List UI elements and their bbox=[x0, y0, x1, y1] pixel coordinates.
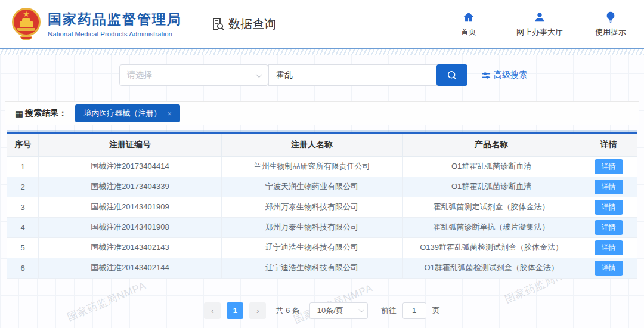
page-size-value: 10条/页 bbox=[317, 305, 343, 316]
table-header-row: 序号 注册证编号 注册人名称 产品名称 详情 bbox=[7, 134, 637, 156]
grid-icon: ▦ bbox=[15, 109, 23, 118]
advanced-search-link[interactable]: 高级搜索 bbox=[482, 70, 527, 81]
agency-title: 国家药品监督管理局 bbox=[48, 10, 182, 29]
search-button[interactable] bbox=[436, 64, 467, 86]
section-title-block: 数据查询 bbox=[210, 16, 276, 32]
page-number-active[interactable]: 1 bbox=[227, 302, 243, 319]
content-area: 国家药监局NMPA 国家药监局NMPA 国家药监局NMPA 请选择 高级搜索 ▦… bbox=[0, 55, 644, 328]
cell-product: O139群霍乱弧菌检测试剂盒（胶体金法） bbox=[402, 237, 580, 258]
cell-product: O1群霍乱弧菌诊断血清 bbox=[402, 177, 580, 197]
nmpa-emblem-logo: ★ bbox=[12, 8, 41, 40]
table-row: 5 国械注准20143402143 辽宁迪浩生物科技有限公司 O139群霍乱弧菌… bbox=[7, 237, 637, 258]
cell-registrant: 兰州生物制品研究所有限责任公司 bbox=[221, 156, 402, 177]
col-header-product: 产品名称 bbox=[402, 134, 580, 156]
table-row: 3 国械注准20143401909 郑州万泰生物科技有限公司 霍乱弧菌测定试剂盒… bbox=[7, 197, 637, 217]
cell-cert-no: 国械注准20143401909 bbox=[39, 197, 221, 217]
total-count-label: 共 6 条 bbox=[275, 305, 299, 316]
nav-label: 使用提示 bbox=[595, 27, 626, 38]
agency-subtitle: National Medical Products Administration bbox=[48, 30, 182, 38]
cell-index: 4 bbox=[7, 217, 39, 237]
nav-item-usage-tips[interactable]: 使用提示 bbox=[594, 11, 627, 38]
cell-cert-no: 国械注准20173404414 bbox=[39, 156, 221, 177]
section-title: 数据查询 bbox=[228, 16, 276, 32]
goto-unit-label: 页 bbox=[432, 305, 440, 316]
home-icon bbox=[462, 11, 475, 24]
table-row: 6 国械注准20143402144 辽宁迪浩生物科技有限公司 O1群霍乱弧菌检测… bbox=[7, 258, 637, 278]
col-header-registrant: 注册人名称 bbox=[221, 134, 402, 156]
cell-registrant: 宁波天润生物药业有限公司 bbox=[221, 177, 402, 197]
table-row: 4 国械注准20143401908 郑州万泰生物科技有限公司 霍乱弧菌诊断单抗（… bbox=[7, 217, 637, 237]
cell-product: O1群霍乱弧菌检测试剂盒（胶体金法） bbox=[402, 258, 580, 278]
tag-close-icon[interactable]: × bbox=[167, 109, 172, 118]
cell-index: 5 bbox=[7, 237, 39, 258]
cell-cert-no: 国械注准20173404339 bbox=[39, 177, 221, 197]
cell-index: 2 bbox=[7, 177, 39, 197]
detail-button[interactable]: 详情 bbox=[595, 240, 623, 255]
chevron-down-icon bbox=[256, 71, 262, 78]
col-header-cert-no: 注册证编号 bbox=[39, 134, 221, 156]
agency-title-block: 国家药品监督管理局 National Medical Products Admi… bbox=[48, 10, 182, 38]
filter-tag-label: 境内医疗器械（注册） bbox=[83, 108, 161, 119]
bulb-icon bbox=[604, 11, 617, 24]
prev-page-button[interactable]: ‹ bbox=[204, 302, 221, 319]
advanced-search-label: 高级搜索 bbox=[494, 70, 527, 81]
emblem-star-icon: ★ bbox=[12, 10, 41, 18]
next-page-button[interactable]: › bbox=[249, 302, 266, 319]
data-query-icon bbox=[210, 17, 225, 31]
table-row: 1 国械注准20173404414 兰州生物制品研究所有限责任公司 O1群霍乱弧… bbox=[7, 156, 637, 177]
cell-product: O1群霍乱弧菌诊断血清 bbox=[402, 156, 580, 177]
cell-index: 6 bbox=[7, 258, 39, 278]
cell-index: 1 bbox=[7, 156, 39, 177]
nav-item-home[interactable]: 首页 bbox=[452, 11, 485, 38]
cell-cert-no: 国械注准20143401908 bbox=[39, 217, 221, 237]
sliders-icon bbox=[482, 71, 491, 80]
category-select-placeholder: 请选择 bbox=[127, 70, 152, 81]
pagination: ‹ 1 › 共 6 条 10条/页 前往 页 bbox=[0, 302, 644, 319]
header-divider-hatch bbox=[0, 49, 644, 55]
top-nav: 首页 网上办事大厅 使用提示 bbox=[452, 11, 627, 38]
search-icon bbox=[446, 69, 458, 81]
detail-button[interactable]: 详情 bbox=[595, 159, 623, 174]
keyword-input[interactable] bbox=[268, 64, 438, 86]
goto-label: 前往 bbox=[381, 305, 397, 316]
filter-tag[interactable]: 境内医疗器械（注册） × bbox=[75, 104, 180, 122]
cell-registrant: 郑州万泰生物科技有限公司 bbox=[221, 217, 402, 237]
page-size-select[interactable]: 10条/页 bbox=[309, 302, 368, 319]
cell-index: 3 bbox=[7, 197, 39, 217]
results-table-wrap: 序号 注册证编号 注册人名称 产品名称 详情 1 国械注准20173404414… bbox=[7, 132, 637, 279]
cell-cert-no: 国械注准20143402144 bbox=[39, 258, 221, 278]
detail-button[interactable]: 详情 bbox=[595, 261, 623, 276]
col-header-detail: 详情 bbox=[580, 134, 637, 156]
cell-registrant: 郑州万泰生物科技有限公司 bbox=[221, 197, 402, 217]
category-select[interactable]: 请选择 bbox=[119, 64, 268, 86]
search-bar: 请选择 高级搜索 bbox=[119, 55, 644, 86]
cell-registrant: 辽宁迪浩生物科技有限公司 bbox=[221, 237, 402, 258]
cell-product: 霍乱弧菌诊断单抗（玻片凝集法） bbox=[402, 217, 580, 237]
detail-button[interactable]: 详情 bbox=[595, 220, 623, 235]
goto-page-input[interactable] bbox=[402, 302, 426, 319]
results-bar: ▦ 搜索结果： 境内医疗器械（注册） × bbox=[5, 101, 639, 125]
nav-item-service-hall[interactable]: 网上办事大厅 bbox=[516, 11, 563, 38]
results-label: 搜索结果： bbox=[25, 108, 67, 119]
cell-product: 霍乱弧菌测定试剂盒（胶体金法） bbox=[402, 197, 580, 217]
detail-button[interactable]: 详情 bbox=[595, 200, 623, 215]
nav-label: 首页 bbox=[461, 27, 476, 38]
table-row: 2 国械注准20173404339 宁波天润生物药业有限公司 O1群霍乱弧菌诊断… bbox=[7, 177, 637, 197]
detail-button[interactable]: 详情 bbox=[595, 180, 623, 194]
user-icon bbox=[533, 11, 546, 24]
col-header-index: 序号 bbox=[7, 134, 39, 156]
cell-registrant: 辽宁迪浩生物科技有限公司 bbox=[221, 258, 402, 278]
chevron-down-icon bbox=[358, 307, 364, 312]
results-table: 序号 注册证编号 注册人名称 产品名称 详情 1 国械注准20173404414… bbox=[7, 134, 637, 279]
nav-label: 网上办事大厅 bbox=[516, 27, 563, 38]
cell-cert-no: 国械注准20143402143 bbox=[39, 237, 221, 258]
page-header: ★ 国家药品监督管理局 National Medical Products Ad… bbox=[0, 0, 644, 48]
